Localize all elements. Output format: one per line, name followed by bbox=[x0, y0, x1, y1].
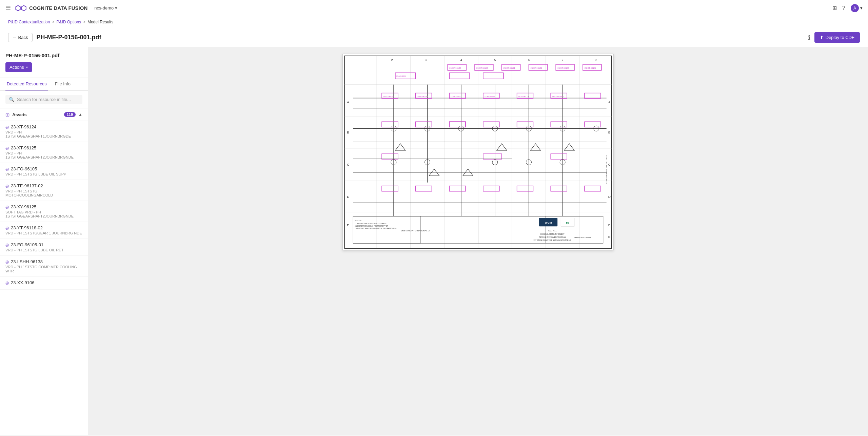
svg-text:23-FO-96105: 23-FO-96105 bbox=[383, 96, 394, 98]
asset-icon-8: ◎ bbox=[5, 259, 9, 264]
header-actions: ℹ ⬆ Deploy to CDF bbox=[808, 32, 860, 43]
svg-text:1. THIS DIAGRAM IS BASED ON DO: 1. THIS DIAGRAM IS BASED ON DOCUMENT bbox=[355, 223, 387, 225]
asset-name-5: ◎ 23-XY-96125 bbox=[5, 204, 82, 209]
list-item[interactable]: ◎ 23-XY-96125 SOFT TAG VRD - PH 1STSTGGE… bbox=[0, 201, 88, 222]
grid-icon[interactable]: ⊞ bbox=[832, 5, 837, 11]
asset-name-7: ◎ 23-FG-96105-01 bbox=[5, 242, 82, 247]
svg-text:8: 8 bbox=[595, 58, 597, 62]
asset-name-1: ◎ 23-XT-96124 bbox=[5, 124, 82, 129]
asset-icon-5: ◎ bbox=[5, 205, 9, 209]
svg-text:VALHALL: VALHALL bbox=[548, 230, 557, 232]
asset-name-text-4: 23-TE-96137-02 bbox=[11, 183, 43, 188]
list-item[interactable]: ◎ 23-TE-96137-02 VRD - PH 1STSTG MOTORCO… bbox=[0, 180, 88, 201]
tab-file-info[interactable]: File Info bbox=[54, 78, 72, 90]
breadcrumb-pid-contextualization[interactable]: P&ID Contextualization bbox=[8, 20, 50, 24]
asset-desc-6: VRD - PH 1STSTGGEAR 1 JOURNBRG NDE bbox=[5, 231, 82, 235]
asset-icon-6: ◎ bbox=[5, 226, 9, 230]
actions-chevron-icon: ▾ bbox=[26, 65, 28, 69]
svg-text:C: C bbox=[608, 163, 611, 166]
asset-name-text-8: 23-LSHH-96138 bbox=[11, 259, 43, 264]
svg-text:23-XY-96125: 23-XY-96125 bbox=[484, 96, 495, 98]
svg-text:D: D bbox=[608, 195, 611, 199]
svg-text:CONT. ON DWG. PH-ME-P-0156-002: CONT. ON DWG. PH-ME-P-0156-002 bbox=[606, 155, 608, 184]
asset-icon-1: ◎ bbox=[5, 125, 9, 129]
sidebar-search: 🔍 bbox=[0, 91, 88, 108]
diagram-container: A B C D E A B C D E F 2 3 4 5 6 bbox=[342, 54, 614, 250]
svg-text:B: B bbox=[347, 130, 349, 134]
org-selector[interactable]: ncs-demo ▾ bbox=[94, 5, 117, 11]
assets-section-chevron-icon: ▲ bbox=[78, 112, 82, 117]
svg-text:F: F bbox=[608, 235, 610, 239]
asset-name-4: ◎ 23-TE-96137-02 bbox=[5, 183, 82, 188]
svg-text:NOTES:: NOTES: bbox=[355, 220, 362, 222]
svg-text:1ST STAGE COMP TRIP & IBISON M: 1ST STAGE COMP TRIP & IBISON MONITORING bbox=[533, 239, 571, 241]
svg-text:AND IS REPRODUCED AS THE PROPE: AND IS REPRODUCED AS THE PROPERTY OF bbox=[355, 225, 388, 227]
svg-text:23-XX-9106: 23-XX-9106 bbox=[396, 75, 406, 77]
svg-text:MUSTANG INTERNATIONAL LP: MUSTANG INTERNATIONAL LP bbox=[401, 230, 430, 232]
list-item[interactable]: ◎ 23-FG-96105-01 VRD - PH 1STSTG LUBE OI… bbox=[0, 239, 88, 256]
assets-section-icon: ◎ bbox=[5, 112, 9, 117]
asset-name-8: ◎ 23-LSHH-96138 bbox=[5, 259, 82, 264]
app-logo: ⬡⬡ COGNITE DATA FUSION bbox=[15, 4, 87, 12]
actions-button[interactable]: Actions ▾ bbox=[5, 62, 32, 72]
breadcrumb-separator-2: > bbox=[83, 20, 85, 24]
asset-name-2: ◎ 23-XT-96125 bbox=[5, 145, 82, 150]
sidebar-header: PH-ME-P-0156-001.pdf Actions ▾ bbox=[0, 47, 88, 78]
svg-text:RE-DEVELOPMENT PROJECT: RE-DEVELOPMENT PROJECT bbox=[540, 233, 565, 235]
pid-diagram-svg: A B C D E A B C D E F 2 3 4 5 6 bbox=[343, 54, 613, 250]
svg-text:23-YT-96118: 23-YT-96118 bbox=[518, 96, 529, 98]
asset-icon-3: ◎ bbox=[5, 167, 9, 171]
breadcrumb-separator-1: > bbox=[52, 20, 54, 24]
asset-list: ◎ 23-XT-96124 VRD - PH 1STSTGGEARSHAFT1J… bbox=[0, 121, 88, 290]
assets-section-header[interactable]: ◎ Assets 119 ▲ bbox=[0, 108, 88, 121]
svg-text:A: A bbox=[608, 100, 611, 104]
hamburger-menu-icon[interactable]: ☰ bbox=[5, 4, 11, 12]
svg-text:C: C bbox=[347, 163, 349, 166]
svg-text:2. ALL ITEMS SHALL BE INSTALLE: 2. ALL ITEMS SHALL BE INSTALLED IN THE H… bbox=[355, 228, 396, 229]
deploy-label: Deploy to CDF bbox=[826, 35, 854, 40]
asset-name-text-6: 23-YT-96118-02 bbox=[11, 225, 43, 230]
info-icon[interactable]: ℹ bbox=[808, 34, 810, 41]
sidebar: PH-ME-P-0156-001.pdf Actions ▾ Detected … bbox=[0, 47, 88, 435]
asset-desc-3: VRD - PH 1STSTG LUBE OIL SUPP bbox=[5, 172, 82, 176]
svg-text:A: A bbox=[347, 100, 349, 104]
svg-text:23-TE-96137: 23-TE-96137 bbox=[450, 96, 461, 98]
user-avatar: A bbox=[851, 4, 859, 12]
list-item[interactable]: ◎ 23-XT-96124 VRD - PH 1STSTGGEARSHAFT1J… bbox=[0, 121, 88, 142]
asset-name-6: ◎ 23-YT-96118-02 bbox=[5, 225, 82, 230]
list-item[interactable]: ◎ 23-FO-96105 VRD - PH 1STSTG LUBE OIL S… bbox=[0, 163, 88, 180]
asset-name-text-5: 23-XY-96125 bbox=[11, 204, 36, 209]
breadcrumb: P&ID Contextualization > P&ID Options > … bbox=[0, 16, 868, 28]
svg-text:6: 6 bbox=[528, 58, 530, 62]
asset-name-text-9: 23-XX-9106 bbox=[11, 280, 34, 285]
diagram-area[interactable]: A B C D E A B C D E F 2 3 4 5 6 bbox=[88, 47, 868, 435]
svg-text:23-XT-96125: 23-XT-96125 bbox=[476, 67, 488, 69]
list-item[interactable]: ◎ 23-YT-96118-02 VRD - PH 1STSTGGEAR 1 J… bbox=[0, 222, 88, 239]
deploy-button[interactable]: ⬆ Deploy to CDF bbox=[814, 32, 860, 43]
list-item[interactable]: ◎ 23-XX-9106 bbox=[0, 277, 88, 290]
list-item[interactable]: ◎ 23-XT-96125 VRD - PH 1STSTGGEARSHAFT2J… bbox=[0, 142, 88, 163]
assets-section-title: Assets bbox=[12, 112, 64, 117]
list-item[interactable]: ◎ 23-LSHH-96138 VRD - PH 1STSTG COMP MTR… bbox=[0, 256, 88, 277]
org-chevron-icon: ▾ bbox=[115, 5, 117, 11]
svg-text:23-XT-96102: 23-XT-96102 bbox=[585, 67, 596, 69]
asset-icon-9: ◎ bbox=[5, 281, 9, 285]
svg-text:E: E bbox=[347, 223, 349, 227]
svg-text:23-LSHH-9613: 23-LSHH-9613 bbox=[552, 96, 564, 98]
svg-text:23-FG-96105: 23-FG-96105 bbox=[417, 96, 428, 98]
asset-desc-2: VRD - PH 1STSTGGEARSHAFT2JOURNBRGNDE bbox=[5, 151, 82, 159]
actions-label: Actions bbox=[9, 65, 24, 70]
main-container: ← Back PH-ME-P-0156-001.pdf ℹ ⬆ Deploy t… bbox=[0, 28, 868, 435]
back-button[interactable]: ← Back bbox=[8, 33, 33, 42]
sidebar-content: ◎ Assets 119 ▲ ◎ 23-XT-96124 VRD - PH 1S… bbox=[0, 108, 88, 435]
search-input[interactable] bbox=[17, 97, 79, 102]
help-icon[interactable]: ? bbox=[842, 5, 845, 11]
svg-text:4: 4 bbox=[460, 58, 462, 62]
breadcrumb-pid-options[interactable]: P&ID Options bbox=[56, 20, 81, 24]
tab-detected-resources[interactable]: Detected Resources bbox=[5, 78, 48, 90]
svg-text:2: 2 bbox=[391, 58, 393, 62]
asset-icon-4: ◎ bbox=[5, 184, 9, 188]
user-menu[interactable]: A ▾ bbox=[851, 4, 863, 12]
assets-count-badge: 119 bbox=[64, 112, 76, 117]
svg-text:WGM: WGM bbox=[545, 221, 552, 224]
